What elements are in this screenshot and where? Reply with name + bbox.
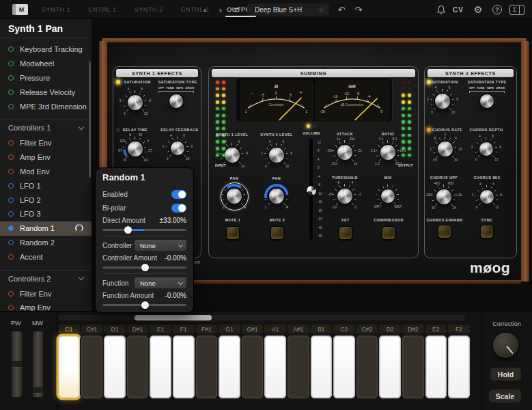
pitch-wheel[interactable] <box>12 331 22 397</box>
sidebar-item-amp-env[interactable]: Amp Env <box>0 150 92 165</box>
piano-key-c-1[interactable] <box>81 336 103 398</box>
slider-handle[interactable] <box>141 264 149 271</box>
saturation-type-knob[interactable]: OFFTUBETAPEDRIVE <box>156 81 197 122</box>
piano-key-a1[interactable] <box>264 336 286 398</box>
piano-key-c1[interactable] <box>58 336 80 398</box>
piano-key-d-2[interactable] <box>402 336 424 398</box>
sidebar-item-release-velocity[interactable]: Release Velocity <box>0 85 92 99</box>
fet-button[interactable] <box>339 226 352 240</box>
tab-synth-2[interactable]: SYNTH 2 <box>126 0 172 19</box>
enabled-toggle[interactable] <box>171 190 186 199</box>
sidebar-item-accent[interactable]: Accent <box>0 249 92 264</box>
direct-amount-slider[interactable] <box>102 226 186 233</box>
knob-cap[interactable] <box>336 187 354 205</box>
knob-cap[interactable] <box>435 188 453 206</box>
knob-cap[interactable] <box>436 140 454 158</box>
delay-feedback-knob[interactable]: 0246810 <box>157 128 198 169</box>
sidebar-item-random-1[interactable]: Random 1 <box>0 221 92 236</box>
sidebar-item-keyboard-tracking[interactable]: Keyboard Tracking <box>0 42 92 57</box>
knob-cap[interactable] <box>169 140 186 156</box>
piano-key-f-1[interactable] <box>196 336 218 398</box>
mod-wheel[interactable] <box>33 331 43 397</box>
preset-next-button[interactable]: › <box>214 0 227 19</box>
preset-prev-button[interactable]: ‹ <box>199 0 211 19</box>
piano-key-a-1[interactable] <box>288 336 309 398</box>
sidebar-scrollbar[interactable] <box>89 62 91 178</box>
sidebar-item-pressure[interactable]: Pressure <box>0 71 92 85</box>
piano-key-c2[interactable] <box>333 336 355 398</box>
app-logo[interactable]: M <box>12 4 28 15</box>
sidebar-item-random-2[interactable]: Random 2 <box>0 236 92 250</box>
keyboard-scroll-thumb[interactable] <box>135 315 212 320</box>
knob-cap[interactable] <box>379 144 397 161</box>
synth-2-pan-knob[interactable]: LR <box>256 176 297 217</box>
bipolar-toggle[interactable] <box>171 204 186 213</box>
gear-icon[interactable]: ⚙ <box>471 0 485 19</box>
sidebar-item-lfo-3[interactable]: LFO 3 <box>0 207 92 221</box>
chorus-expand-button[interactable] <box>438 225 451 238</box>
preset-menu-icon[interactable]: ≡ <box>230 0 242 19</box>
correction-knob[interactable] <box>493 333 518 358</box>
piano-key-g1[interactable] <box>219 336 240 398</box>
mix-knob[interactable]: DRYWET <box>367 176 408 217</box>
sidebar-item-filter-env[interactable]: Filter Env <box>0 286 92 301</box>
piano-key-e2[interactable] <box>425 336 447 398</box>
mute-2-button[interactable] <box>270 226 284 240</box>
sidebar-item-mod-env[interactable]: Mod Env <box>0 165 92 179</box>
synth2-saturation-knob[interactable]: 0246810 <box>422 81 463 122</box>
undo-icon[interactable]: ↶ <box>335 0 348 19</box>
piano-key-f2[interactable] <box>448 336 470 398</box>
slider-handle[interactable] <box>124 226 132 234</box>
tab-cntrl-2[interactable]: CNTRL 2 <box>172 0 218 19</box>
keyboard-scroll-track[interactable] <box>58 315 465 320</box>
knob-cap[interactable] <box>268 146 285 164</box>
controller-amount-slider[interactable] <box>102 264 186 271</box>
controller-select[interactable]: None <box>135 240 186 251</box>
saturation-knob[interactable]: 0246810 <box>115 82 156 123</box>
compressor-button[interactable] <box>382 226 395 240</box>
attack-knob[interactable]: .01s.05s.1s.25s.5s1s <box>324 132 365 173</box>
piano-key-d1[interactable] <box>104 336 126 398</box>
knob-cap[interactable] <box>225 187 243 205</box>
sidebar-group-controllers-1[interactable]: Controllers 1 <box>0 120 92 136</box>
chorus-depth-knob[interactable]: 0246810 <box>466 128 507 169</box>
knob-cap[interactable] <box>336 144 354 161</box>
chorus-rate-knob[interactable]: .05.2.6261030 <box>425 128 466 169</box>
sidebar-group-controllers-2[interactable]: Controllers 2 <box>0 270 92 286</box>
sidebar-item-lfo-2[interactable]: LFO 2 <box>0 193 92 207</box>
sync-button[interactable] <box>480 225 494 238</box>
piano-key-b1[interactable] <box>311 336 333 398</box>
hold-button[interactable]: Hold <box>490 368 521 381</box>
piano-key-f1[interactable] <box>173 336 195 398</box>
redo-icon[interactable]: ↷ <box>352 0 365 19</box>
knob-cap[interactable] <box>126 94 144 111</box>
piano-key-c-2[interactable] <box>356 336 378 398</box>
knob-cap[interactable] <box>478 141 494 157</box>
output-panel-icon[interactable]: Σ <box>508 0 526 19</box>
tab-cntrl-1[interactable]: CNTRL 1 <box>79 0 125 19</box>
sidebar-item-amp-env[interactable]: Amp Env <box>0 301 92 311</box>
synth-2-level-knob[interactable]: 0246810 <box>256 135 297 176</box>
knob-cap[interactable] <box>268 187 285 205</box>
scale-button[interactable]: Scale <box>489 390 521 402</box>
tab-synth-1[interactable]: SYNTH 1 <box>33 0 79 19</box>
favorite-star-icon[interactable]: ☆ <box>318 6 324 14</box>
knob-cap[interactable] <box>168 93 184 109</box>
sidebar-item-modwheel[interactable]: Modwheel <box>0 57 92 71</box>
preset-selector[interactable]: Deep Blue S+H ☆ <box>247 3 329 16</box>
slider-handle[interactable] <box>141 301 149 309</box>
volume-slider-handle[interactable] <box>307 186 316 195</box>
function-select[interactable]: None <box>135 277 186 288</box>
delay-time-knob[interactable]: 168T10084042T4D <box>115 128 156 169</box>
sidebar-item-lfo-1[interactable]: LFO 1 <box>0 178 92 193</box>
threshold-knob[interactable]: -30-18-6-4-20 <box>324 176 365 217</box>
piano-key-d2[interactable] <box>379 336 401 398</box>
notifications-bell-icon[interactable] <box>435 0 447 19</box>
chorus-mix-knob[interactable]: 0246810 <box>466 176 507 217</box>
piano-key-g-1[interactable] <box>242 336 264 398</box>
knob-cap[interactable] <box>434 92 451 110</box>
cv-settings-icon[interactable]: CV <box>451 0 466 19</box>
sidebar-item-mpe-3rd-dimension[interactable]: MPE 3rd Dimension <box>0 99 92 113</box>
piano-key-e1[interactable] <box>150 336 171 398</box>
sidebar-item-filter-env[interactable]: Filter Env <box>0 136 92 150</box>
